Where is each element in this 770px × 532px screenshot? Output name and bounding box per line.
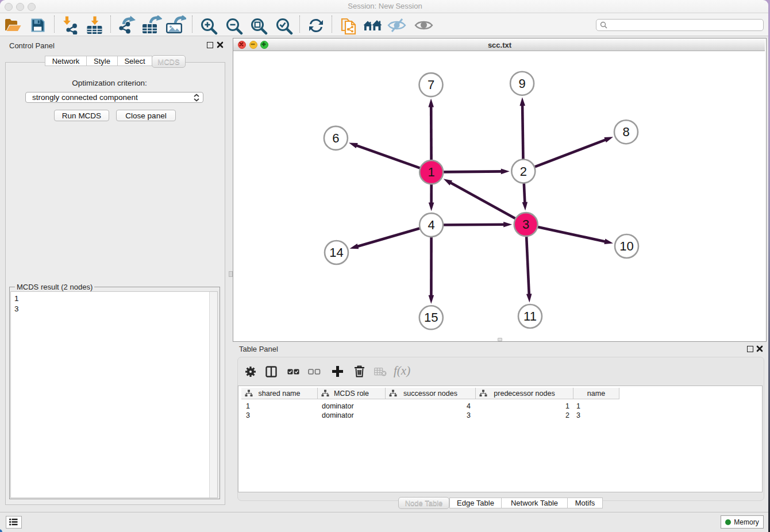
svg-text:3: 3 [522, 217, 529, 232]
svg-text:10: 10 [619, 239, 633, 253]
svg-text:6: 6 [332, 131, 339, 145]
svg-text:2: 2 [520, 164, 527, 179]
svg-text:4: 4 [428, 218, 434, 232]
svg-text:1: 1 [428, 165, 435, 179]
svg-text:14: 14 [329, 245, 343, 260]
svg-text:15: 15 [424, 310, 438, 325]
svg-text:7: 7 [428, 78, 434, 92]
svg-text:8: 8 [622, 125, 629, 139]
svg-text:11: 11 [523, 309, 537, 323]
svg-text:9: 9 [518, 76, 525, 91]
